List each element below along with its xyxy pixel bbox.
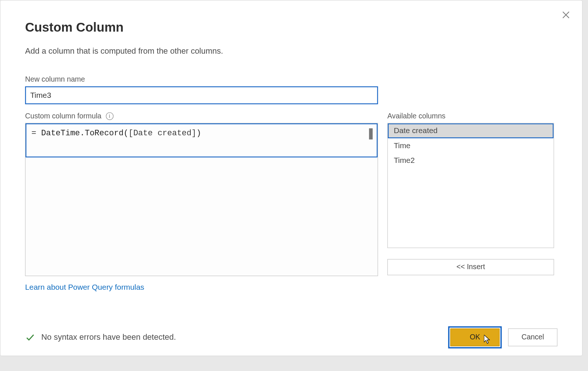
insert-button[interactable]: << Insert xyxy=(387,259,554,275)
available-columns-list[interactable]: Date created Time Time2 xyxy=(387,123,554,248)
cancel-button[interactable]: Cancel xyxy=(508,328,557,346)
info-icon[interactable]: i xyxy=(106,112,114,120)
custom-column-dialog: Custom Column Add a column that is compu… xyxy=(0,0,582,356)
status-row: No syntax errors have been detected. xyxy=(25,332,176,343)
available-column-item[interactable]: Date created xyxy=(388,124,553,138)
custom-column-formula-input[interactable]: = DateTime.ToRecord([Date created]) ▋ xyxy=(25,123,378,276)
dialog-title: Custom Column xyxy=(25,20,557,34)
available-column-item[interactable]: Time xyxy=(388,138,553,153)
new-column-name-label: New column name xyxy=(25,75,557,84)
close-button[interactable] xyxy=(559,8,573,22)
formula-function: DateTime.ToRecord xyxy=(41,128,123,138)
checkmark-icon xyxy=(25,332,35,343)
status-message: No syntax errors have been detected. xyxy=(41,333,176,342)
learn-about-formulas-link[interactable]: Learn about Power Query formulas xyxy=(25,283,144,292)
formula-prefix: = xyxy=(32,128,41,138)
close-icon xyxy=(561,10,570,19)
available-columns-label: Available columns xyxy=(387,112,554,120)
custom-column-formula-label: Custom column formula xyxy=(25,112,101,120)
dialog-subtitle: Add a column that is computed from the o… xyxy=(25,46,557,56)
text-caret-icon: ▋ xyxy=(369,128,373,139)
formula-text: = DateTime.ToRecord([Date created]) xyxy=(25,124,377,143)
cancel-button-label: Cancel xyxy=(521,333,544,342)
mouse-cursor-icon xyxy=(484,335,492,345)
svg-marker-2 xyxy=(484,335,490,344)
available-column-item[interactable]: Time2 xyxy=(388,153,553,168)
formula-close-paren: ) xyxy=(196,128,201,138)
formula-open-paren: ( xyxy=(123,128,128,138)
ok-button-label: OK xyxy=(470,333,480,342)
formula-arg: [Date created] xyxy=(128,128,196,138)
ok-button[interactable]: OK xyxy=(450,328,499,346)
new-column-name-input[interactable] xyxy=(25,86,378,104)
